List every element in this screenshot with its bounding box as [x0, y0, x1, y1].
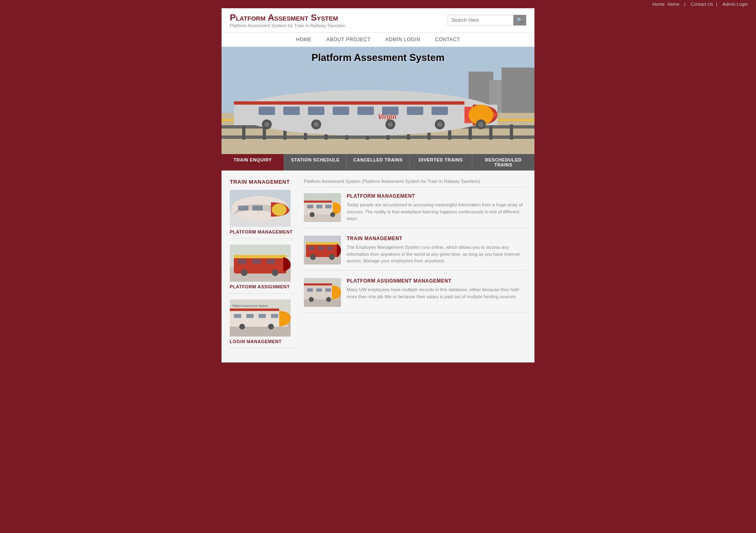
svg-point-44 — [478, 122, 483, 127]
content-text-1: PLATFORM MANAGEMENT Today people are acc… — [347, 193, 526, 222]
svg-rect-6 — [222, 136, 534, 139]
site-subtitle: Platform Assesment System for Train in R… — [230, 23, 345, 28]
sidebar-title: TRAIN MANAGEMENT — [230, 179, 296, 185]
svg-rect-83 — [306, 242, 339, 245]
svg-rect-54 — [234, 255, 287, 258]
content-img-3 — [304, 278, 341, 307]
svg-point-40 — [388, 122, 393, 127]
tab-cancelled-trains[interactable]: CANCELLED TRAINS — [347, 154, 409, 171]
svg-rect-19 — [489, 124, 492, 140]
nav-contact[interactable]: CONTACT — [428, 33, 468, 47]
tab-station-schedule[interactable]: STATION SCHEDULE — [284, 154, 347, 171]
content-img-2 — [304, 236, 341, 264]
hero-section: Virgin Platform Assesment System — [222, 47, 534, 154]
search-input[interactable] — [448, 15, 513, 26]
content-desc-1: Today people are accustomed to accessing… — [347, 201, 526, 222]
svg-point-87 — [310, 254, 316, 260]
content-desc-2: The Employee Management System runs onli… — [347, 244, 526, 264]
svg-rect-65 — [259, 314, 266, 318]
search-icon: 🔍 — [517, 17, 523, 23]
content-title-3: PLATFORM ASSIGNMENT MANAGEMENT — [347, 278, 526, 284]
svg-rect-49 — [238, 206, 248, 210]
svg-text:Platform Assesment System: Platform Assesment System — [232, 304, 268, 308]
content-item-2: TRAIN MANAGEMENT The Employee Management… — [304, 236, 526, 271]
topbar-admin-link[interactable]: Admin Login — [723, 2, 748, 7]
svg-text:Virgin: Virgin — [378, 113, 397, 120]
hero-tabs: TRAIN ENQUIRY STATION SCHEDULE CANCELLED… — [222, 154, 534, 171]
svg-point-96 — [309, 297, 314, 302]
tab-diverted-trains[interactable]: DIVERTED TRAINS — [410, 154, 472, 171]
svg-point-68 — [239, 324, 245, 330]
tab-rescheduled-trains[interactable]: RESCHEDULED TRAINS — [472, 154, 534, 171]
svg-rect-93 — [316, 288, 322, 292]
svg-point-97 — [326, 297, 331, 302]
content-text-3: PLATFORM ASSIGNMENT MANAGEMENT Many UW e… — [347, 278, 526, 307]
content-desc-3: Many UW employees have multiple records … — [347, 286, 526, 300]
site-branding: Platform Assesment System Platform Asses… — [230, 12, 345, 28]
content-img-1 — [304, 193, 341, 222]
topbar-contact-link[interactable]: Contact Us — [691, 2, 713, 7]
svg-rect-66 — [271, 314, 278, 318]
svg-point-88 — [329, 254, 335, 260]
svg-rect-7 — [242, 124, 245, 140]
main-nav: HOME ABOUT PROJECT ADMIN LOGIN CONTACT — [222, 32, 534, 47]
svg-rect-74 — [307, 205, 313, 208]
tab-train-enquiry[interactable]: TRAIN ENQUIRY — [222, 154, 284, 171]
content-area: TRAIN MANAGEMENT PLATFORM MANAGEMENT — [222, 171, 534, 362]
svg-rect-95 — [304, 283, 332, 285]
svg-rect-33 — [234, 101, 464, 105]
svg-rect-20 — [510, 124, 513, 140]
breadcrumb: Platform Assesment System (Platform Asse… — [304, 179, 526, 187]
svg-rect-76 — [325, 205, 331, 208]
topbar-home-link[interactable]: Home — [653, 2, 665, 7]
svg-point-36 — [264, 122, 269, 127]
svg-rect-62 — [230, 311, 287, 327]
content-title-2: TRAIN MANAGEMENT — [347, 236, 526, 241]
svg-rect-55 — [238, 259, 246, 264]
svg-point-38 — [314, 122, 319, 127]
nav-about[interactable]: ABOUT PROJECT — [319, 33, 378, 47]
content-text-2: TRAIN MANAGEMENT The Employee Management… — [347, 236, 526, 264]
svg-rect-77 — [304, 201, 332, 203]
sidebar: TRAIN MANAGEMENT PLATFORM MANAGEMENT — [230, 179, 296, 354]
search-button[interactable]: 🔍 — [513, 15, 526, 26]
nav-admin[interactable]: ADMIN LOGIN — [378, 33, 428, 47]
svg-point-58 — [241, 269, 247, 276]
svg-rect-64 — [246, 314, 254, 318]
svg-rect-26 — [283, 107, 300, 115]
svg-point-59 — [272, 269, 278, 276]
hero-title: Platform Assesment System — [311, 52, 444, 63]
svg-rect-63 — [234, 314, 241, 318]
search-container: 🔍 — [448, 15, 526, 26]
sidebar-link-platform-assignment[interactable]: PLATFORM ASSIGNMENT — [230, 284, 296, 294]
content-title-1: PLATFORM MANAGEMENT — [347, 193, 526, 199]
svg-rect-31 — [407, 107, 423, 115]
svg-point-79 — [330, 212, 335, 217]
site-title: Platform Assesment System — [230, 12, 345, 23]
svg-point-69 — [268, 324, 274, 330]
svg-rect-75 — [316, 205, 322, 208]
svg-rect-84 — [309, 246, 315, 250]
svg-rect-86 — [327, 246, 333, 250]
sidebar-link-platform-management[interactable]: PLATFORM MANAGEMENT — [230, 229, 296, 239]
svg-rect-57 — [267, 259, 275, 264]
svg-rect-28 — [333, 107, 349, 115]
nav-home[interactable]: HOME — [289, 33, 319, 47]
svg-rect-32 — [432, 107, 448, 115]
content-item-1: PLATFORM MANAGEMENT Today people are acc… — [304, 193, 526, 228]
svg-rect-25 — [259, 107, 275, 115]
svg-point-78 — [310, 212, 315, 217]
svg-rect-50 — [252, 206, 263, 210]
svg-rect-85 — [318, 246, 324, 250]
svg-point-42 — [437, 122, 442, 127]
svg-rect-27 — [308, 107, 324, 115]
sidebar-img-1 — [230, 190, 291, 227]
svg-rect-3 — [502, 68, 534, 113]
sidebar-link-login-management[interactable]: LOGIN MANAGEMENT — [230, 339, 296, 348]
sidebar-img-3: Platform Assesment System — [230, 299, 291, 337]
main-content: Platform Assesment System (Platform Asse… — [304, 179, 526, 354]
sidebar-img-2 — [230, 245, 291, 282]
svg-rect-29 — [357, 107, 374, 115]
svg-point-48 — [272, 203, 287, 216]
content-item-3: PLATFORM ASSIGNMENT MANAGEMENT Many UW e… — [304, 278, 526, 313]
